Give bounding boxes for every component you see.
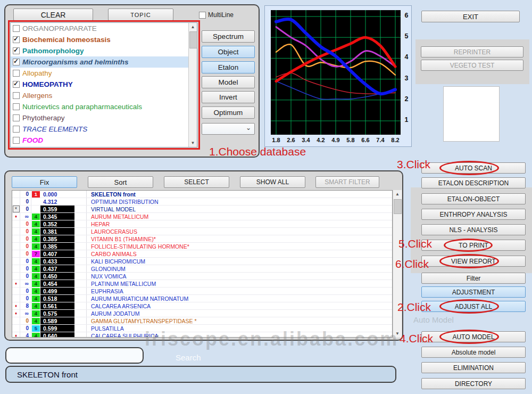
category-checkbox[interactable] [13,92,20,99]
category-item[interactable]: Allopathy [11,68,197,79]
table-row[interactable]: 040.589GAMMA GLUTAMYLTRANSPEPTIDASE * [12,317,392,325]
annotation-choose-database: 1.Choose database [209,145,306,158]
table-button-fix[interactable]: Fix [12,176,77,188]
category-item[interactable]: FOOD [11,135,197,146]
clear-button[interactable]: CLEAR [13,9,93,21]
scrollbar-thumb[interactable] [394,199,402,214]
row-value: 0.385 [40,243,74,250]
table-row[interactable]: ♦∞40.454PLATINUM METALLICUM [12,280,392,288]
scroll-up-icon[interactable] [393,190,402,198]
table-button-sort[interactable]: Sort [88,176,153,188]
category-checkbox[interactable] [13,47,20,54]
category-checkbox[interactable] [13,81,20,88]
column-divider [74,258,87,265]
preset-dropdown[interactable]: ⌄ [202,123,255,135]
table-row[interactable]: 040.385FOLLICLE-STIMULATING HORMONE* [12,243,392,250]
action-button-adjust-all[interactable]: ADJUST ALL [421,301,526,312]
action-button-etalon-description[interactable]: ETALON DESCRIPTION [421,177,526,188]
table-row[interactable]: ♦∞40.575AURUM JODATUM [12,310,392,317]
action-button-directory[interactable]: DIRECTORY [421,378,526,389]
column-divider [74,265,87,272]
category-checkbox[interactable] [13,103,20,110]
table-row[interactable]: ♦∞40.345AURUM METALLICUM [12,213,392,220]
row-name: OPTIMUM DISTRIBUTION [87,199,392,205]
etalon-table[interactable]: 010.000SKELETON front04.312OPTIMUM DISTR… [12,190,393,338]
category-checkbox[interactable] [13,25,20,32]
row-count: 8 [20,302,31,309]
row-count: ∞ [20,280,31,287]
multiline-option[interactable]: MultiLine [199,11,234,19]
action-button-auto-scan[interactable]: AUTO SCAN [421,162,526,174]
category-item[interactable]: Microorganisms and helminths [11,56,197,68]
action-button-enthropy-analysis[interactable]: ENTHROPY ANALYSIS [421,209,526,220]
exit-button[interactable]: EXIT [421,11,520,22]
action-button-elimination[interactable]: ELIMINATION [421,362,526,373]
marker-cell [12,228,20,235]
category-checkbox[interactable] [13,36,20,43]
reprinter-button[interactable]: REPRINTER [421,46,523,58]
marker-cell [12,220,20,227]
category-checkbox[interactable] [13,114,20,121]
category-item[interactable]: Phytotherapy [11,112,197,124]
action-button-to-print[interactable]: TO PRINT [421,240,526,251]
row-badge: 4 [31,220,40,227]
action-button-filter[interactable]: Filter [421,273,526,284]
scroll-down-icon[interactable] [189,139,197,147]
action-button-auto-model[interactable]: AUTO MODEL [421,331,526,342]
action-button-adjustment[interactable]: ADJUSTMENT [421,286,526,298]
diamond-marker: ♦ [12,310,20,317]
action-button-view-report[interactable]: VIEW REPORT [421,256,526,267]
table-row[interactable]: 040.381LAUROCERASUS [12,228,392,235]
table-row[interactable]: 040.518AURUM MURIATICUM NATRONATUM [12,295,392,302]
table-row[interactable]: 04.312OPTIMUM DISTRIBUTION [12,198,392,206]
view-button-invert[interactable]: Invert [202,91,255,103]
table-row[interactable]: 040.437GLONOINUM [12,265,392,273]
auto-model-group-label: Auto Model [413,315,454,324]
table-row[interactable]: ♦840.561CALCAREA ARSENICA [12,302,392,310]
view-button-spectrum[interactable]: Spectrum [202,30,255,43]
category-item[interactable]: Pathomorphology [11,45,197,56]
table-row[interactable]: 070.407CARBO ANIMALS [12,250,392,258]
row-name: AURUM JODATUM [87,310,392,317]
view-button-object[interactable]: Object [202,46,255,58]
action-button-nls-analysis[interactable]: NLS - ANALYSIS [421,224,526,235]
category-checkbox[interactable] [13,137,20,144]
table-row[interactable]: 040.499EUPHRASIA [12,288,392,295]
column-divider [74,213,87,220]
table-button-select[interactable]: SELECT [164,176,229,188]
category-item[interactable]: Biochemical homeostasis [11,34,197,45]
category-checkbox[interactable] [13,126,20,133]
action-button-absolute-model[interactable]: Absolute model [421,347,526,358]
action-button-etalon-object[interactable]: ETALON-OBJECT [421,193,526,204]
view-button-etalon[interactable]: Etalon [202,61,255,73]
table-button-smart-filter[interactable]: SMART FILTER [315,176,379,188]
annotation-click-2: 2.Click [397,301,431,314]
table-row[interactable]: 010.000SKELETON front [12,191,392,198]
category-checkbox[interactable] [13,59,20,65]
category-item[interactable]: ORGANOPRAPARATE [11,23,197,34]
table-row[interactable]: 040.433KALI BICHROMICUM [12,258,392,265]
category-item[interactable]: Nutricevtics and parapharmaceuticals [11,101,197,112]
category-label: Pathomorphology [22,47,84,55]
category-item[interactable]: HOMEOPATHY [11,79,197,90]
category-item[interactable]: Allergens [11,90,197,101]
table-button-show-all[interactable]: SHOW ALL [240,176,305,188]
multiline-checkbox[interactable] [199,12,206,19]
row-name: HEPAR [87,221,392,227]
row-name: CARBO ANIMALS [87,251,392,257]
category-item[interactable]: TRACE ELEMENTS [11,124,197,135]
table-row[interactable]: ×00.359VIRTUAL MODEL [12,206,392,213]
view-button-optimum[interactable]: Optimum [202,106,255,119]
scroll-up-icon[interactable] [189,23,197,31]
table-row[interactable]: 040.450NUX VOMICA [12,273,392,280]
view-button-model[interactable]: Model [202,76,255,88]
category-list-scrollbar[interactable] [188,23,197,147]
scrollbar-thumb[interactable] [189,31,197,48]
search-input[interactable] [5,347,144,364]
topic-button[interactable]: TOPIC [108,9,173,21]
vegeto-test-button[interactable]: VEGETO TEST [421,60,523,71]
database-category-list[interactable]: ORGANOPRAPARATEBiochemical homeostasisPa… [10,22,197,147]
table-row[interactable]: 040.385VITAMIN B1 (THIAMINE)* [12,235,392,243]
table-row[interactable]: 040.352HEPAR [12,220,392,228]
category-checkbox[interactable] [13,70,20,77]
